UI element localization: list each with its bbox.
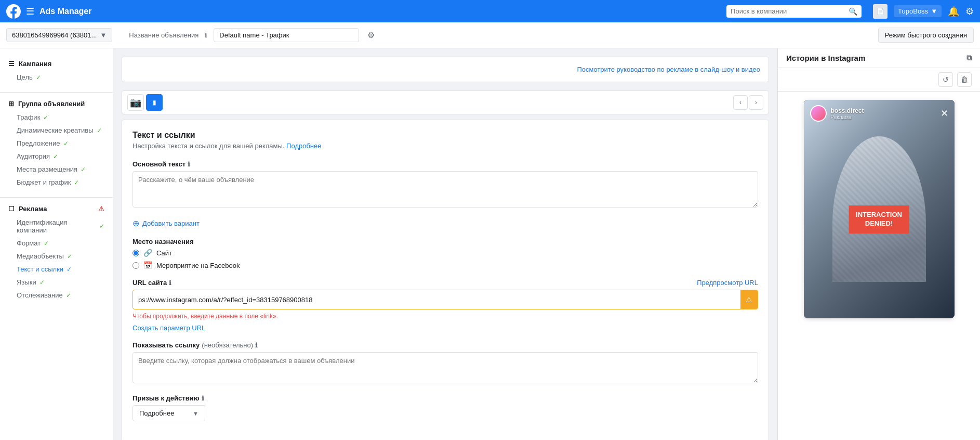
user-menu[interactable]: TupoBoss ▼: [894, 5, 942, 17]
sidebar-item-goal[interactable]: Цель ✓: [0, 71, 113, 84]
placement-label: Места размещения: [17, 165, 77, 173]
sidebar-item-offer[interactable]: Предложение ✓: [0, 137, 113, 150]
add-variant-label: Добавить вариант: [142, 219, 200, 227]
main-text-input[interactable]: [133, 171, 758, 208]
url-input[interactable]: [133, 292, 740, 308]
preview-title: Истории в Instagram: [786, 54, 865, 62]
prev-arrow[interactable]: ‹: [733, 95, 748, 110]
ad-group-header: ⊞ Группа объявлений: [0, 97, 113, 111]
story-image: INTERACTION DENIED!: [804, 100, 955, 318]
url-error-message: Чтобы продолжить, введите данные в поле …: [133, 313, 758, 320]
refresh-preview-button[interactable]: ↺: [938, 72, 953, 87]
dest-event-radio[interactable]: [133, 262, 139, 269]
sidebar-item-dynamic[interactable]: Динамические креативы ✓: [0, 124, 113, 137]
dynamic-check: ✓: [97, 127, 102, 134]
quick-create-button[interactable]: Режим быстрого создания: [878, 28, 974, 43]
budget-check: ✓: [74, 179, 79, 186]
main-text-label: Основной текст ℹ: [133, 160, 758, 168]
cta-value: Подробнее: [139, 409, 174, 417]
settings-icon[interactable]: ⚙: [965, 6, 974, 17]
story-header: boss.direct Реклама ✕: [804, 100, 955, 125]
slideshow-guide-link[interactable]: Посмотрите руководство по рекламе в слай…: [577, 66, 760, 73]
next-arrow[interactable]: ›: [749, 95, 763, 110]
cta-info-icon[interactable]: ℹ: [202, 395, 204, 402]
search-input[interactable]: [731, 7, 849, 15]
sidebar-item-traffic[interactable]: Трафик ✓: [0, 111, 113, 124]
divider-1: [0, 92, 113, 93]
preview-sidebar: Истории в Instagram ⧉ ↺ 🗑 b: [777, 48, 980, 440]
media-check: ✓: [67, 253, 72, 260]
cta-chevron-icon: ▼: [193, 410, 198, 417]
dynamic-label: Динамические креативы: [17, 126, 94, 134]
account-selector[interactable]: 638016549969964 (63801... ▼: [6, 28, 112, 42]
media-label: Медиаобъекты: [17, 252, 64, 260]
user-name: TupoBoss: [898, 7, 928, 15]
sidebar-item-text-links[interactable]: Текст и ссылки ✓: [0, 263, 113, 276]
display-url-input[interactable]: [133, 352, 758, 383]
tracking-label: Отслеживание: [17, 291, 63, 299]
url-info-icon[interactable]: ℹ: [169, 279, 171, 287]
sidebar-item-format[interactable]: Формат ✓: [0, 237, 113, 250]
url-field-group: URL сайта ℹ Предпросмотр URL ⚠ Чтобы про…: [133, 279, 758, 332]
campaign-header: ☰ Кампания: [0, 57, 113, 71]
notifications-icon[interactable]: 🔔: [948, 6, 959, 17]
campaign-sub-label: Цель: [17, 73, 33, 81]
ad-section: ☐ Реклама ⚠ Идентификация компании ✓ Фор…: [0, 202, 113, 302]
story-close-icon[interactable]: ✕: [941, 108, 948, 119]
dest-event-option[interactable]: 📅 Мероприятие на Facebook: [133, 261, 758, 269]
second-bar: 638016549969964 (63801... ▼ Название объ…: [0, 22, 980, 48]
preview-url-label[interactable]: Предпросмотр URL: [697, 279, 758, 287]
external-link-icon[interactable]: ⧉: [966, 54, 972, 62]
dest-site-option[interactable]: 🔗 Сайт: [133, 249, 758, 257]
sidebar-item-placement[interactable]: Места размещения ✓: [0, 163, 113, 176]
audience-check: ✓: [53, 153, 58, 160]
form-card: Текст и ссылки Настройка текста и ссылок…: [122, 120, 769, 440]
display-url-label: Показывать ссылку (необязательно) ℹ: [133, 341, 758, 349]
hamburger-icon[interactable]: ☰: [26, 6, 34, 17]
cta-dropdown[interactable]: Подробнее ▼: [133, 405, 205, 421]
main-layout: ☰ Кампания Цель ✓ ⊞ Группа объявлений Тр…: [0, 48, 980, 440]
sidebar-item-tracking[interactable]: Отслеживание ✓: [0, 289, 113, 302]
cta-group: Призыв к действию ℹ Подробнее ▼: [133, 394, 758, 421]
audience-label: Аудитория: [17, 152, 50, 160]
sidebar-item-identity[interactable]: Идентификация компании ✓: [0, 216, 113, 237]
account-chevron: ▼: [100, 31, 107, 39]
format-check: ✓: [44, 240, 49, 247]
preview-nav-arrows: ‹ ›: [733, 95, 763, 110]
add-variant-button[interactable]: ⊕ Добавить вариант: [133, 218, 200, 228]
app-title: Ads Manager: [39, 7, 91, 16]
page-icon[interactable]: 📄: [873, 4, 888, 19]
sidebar-item-languages[interactable]: Языки ✓: [0, 276, 113, 289]
story-preview: boss.direct Реклама ✕ INTERACTION DENIED…: [804, 100, 955, 318]
learn-more-link[interactable]: Подробнее: [286, 142, 321, 150]
goal-check-icon: ✓: [36, 74, 41, 81]
ad-name-value: Default name - Трафик: [214, 28, 359, 42]
display-url-group: Показывать ссылку (необязательно) ℹ: [133, 341, 758, 385]
form-subtitle: Настройка текста и ссылок для вашей рекл…: [133, 142, 758, 150]
text-links-label: Текст и ссылки: [17, 265, 63, 273]
identity-check: ✓: [99, 223, 104, 230]
url-label: URL сайта ℹ: [133, 279, 171, 287]
main-text-info-icon[interactable]: ℹ: [188, 161, 190, 168]
top-navigation: ☰ Ads Manager 🔍 📄 TupoBoss ▼ 🔔 ⚙: [0, 0, 980, 22]
display-url-info-icon[interactable]: ℹ: [255, 342, 258, 349]
dest-site-radio[interactable]: [133, 250, 139, 256]
sidebar-item-audience[interactable]: Аудитория ✓: [0, 150, 113, 163]
ad-group-icon: ⊞: [8, 100, 14, 108]
create-param-link[interactable]: Создать параметр URL: [133, 324, 758, 332]
stories-btn[interactable]: ▮: [146, 94, 163, 111]
sidebar-item-budget[interactable]: Бюджет и график ✓: [0, 176, 113, 189]
delete-preview-button[interactable]: 🗑: [957, 72, 972, 87]
ad-warning-icon: ⚠: [98, 205, 104, 213]
languages-check: ✓: [39, 279, 45, 286]
ad-section-icon: ☐: [8, 205, 15, 213]
format-label: Формат: [17, 239, 41, 247]
offer-label: Предложение: [17, 139, 60, 147]
sidebar-item-media[interactable]: Медиаобъекты ✓: [0, 250, 113, 263]
ad-gear-icon[interactable]: ⚙: [367, 30, 375, 40]
instagram-icon-btn[interactable]: 📷: [127, 94, 144, 111]
ad-name-label: Название объявления: [129, 31, 198, 39]
search-icon: 🔍: [849, 7, 857, 16]
dest-event-label: Мероприятие на Facebook: [156, 262, 240, 269]
story-ad-label: Реклама: [831, 114, 936, 120]
